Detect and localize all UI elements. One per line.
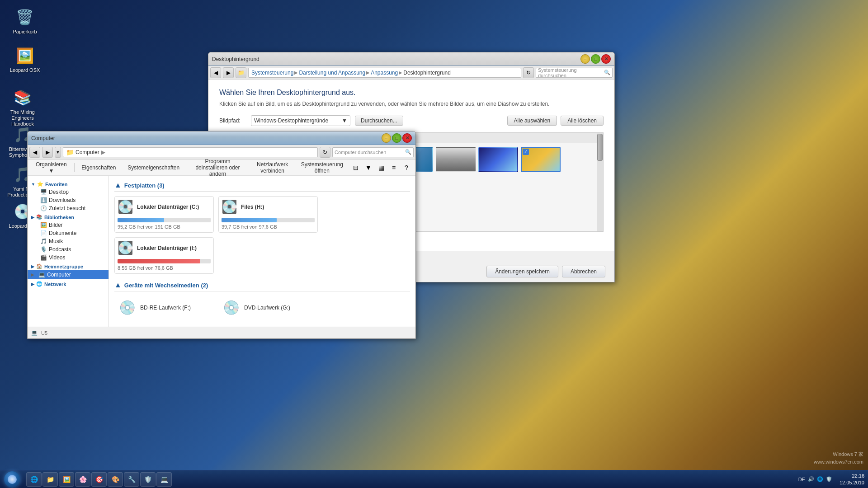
taskbar-clock[interactable]: 22:16 12.05.2010 [836,473,868,486]
tray-icon1[interactable]: 🔊 [808,476,814,482]
exp-minimize-btn[interactable]: – [382,133,391,143]
leopard-label: Leopard OSX [10,67,40,73]
explorer-window: Computer – □ ✕ ◀ ▶ ▼ 📁 Computer ▶ ↻ Comp… [27,131,416,339]
nav-computer[interactable]: ▶ 💻 Computer [28,270,108,279]
papierkorb-icon: 🗑️ [14,6,36,28]
nav-netzwerk[interactable]: ▶ 🌐 Netzwerk [28,279,108,288]
drive-h[interactable]: 💽 Files (H:) 39,7 GB frei von 97,6 GB [218,196,318,233]
start-orb[interactable] [4,471,20,488]
drive-c-sep: frei von [137,224,155,230]
status-label: U5 [41,330,47,336]
wechsel-icon: ▲ [114,281,122,289]
taskbar-app2[interactable]: 🔧 [124,472,139,487]
explorer-window-controls: – □ ✕ [382,133,412,143]
drive-c[interactable]: 💽 Lokaler Datenträger (C:) 95,2 GB frei … [114,196,214,233]
cp-back-btn[interactable]: ◀ [210,67,221,78]
nav-dokumente[interactable]: 📄 Dokumente [28,229,108,237]
thumbnail-8[interactable]: ✓ [521,147,561,172]
thumbnail-6[interactable] [436,147,476,172]
exp-close-btn[interactable]: ✕ [402,133,412,143]
downloads-nav-icon: ⬇️ [40,197,47,203]
taskbar-chrome[interactable]: 🌐 [26,472,42,487]
cp-cancel-btn[interactable]: Abbrechen [562,266,605,277]
nav-bilder[interactable]: 🖼️ Bilder [28,221,108,229]
exp-forward-btn[interactable]: ▶ [42,147,53,158]
taskbar-app1[interactable]: 🎯 [91,472,107,487]
zuletzt-nav-icon: 🕐 [40,205,47,211]
cp-close-btn[interactable]: ✕ [601,54,611,64]
drive-h-icon: 💽 [222,199,237,214]
cp-delete-all-btn[interactable]: Alle löschen [561,116,604,126]
device-f[interactable]: 💿 BD-RE-Laufwerk (F:) [114,296,214,319]
exp-refresh-btn[interactable]: ↻ [320,147,330,158]
festplatten-label: Festplatten (3) [124,182,165,189]
toolbar-view-btn1[interactable]: ⊟ [350,162,361,173]
breadcrumb-current: Desktophintergrund [403,70,451,76]
thumbnails-scrollbar-thumb[interactable] [597,134,603,161]
cp-bildpfad-row: Bildpfad: Windows-Desktophintergründe ▼ … [219,115,604,126]
podcasts-label: Podcasts [49,246,71,253]
breadcrumb-systemsteuerung[interactable]: Systemsteuerung [251,70,293,76]
cp-maximize-btn[interactable]: □ [591,54,600,64]
explorer-search-box[interactable]: Computer durchsuchen 🔍 [332,147,414,157]
breadcrumb-sep3: ▶ [399,70,402,75]
nav-podcasts[interactable]: 🎙️ Podcasts [28,245,108,253]
nav-musik[interactable]: 🎵 Musik [28,237,108,245]
cp-minimize-btn[interactable]: – [580,54,590,64]
bilder-icon: 🖼️ [40,222,47,228]
tray-icon3[interactable]: 🛡️ [826,476,832,482]
cp-bildpfad-select[interactable]: Windows-Desktophintergründe ▼ [251,115,350,126]
taskbar-flower[interactable]: 🌸 [75,472,90,487]
exp-maximize-btn[interactable]: □ [392,133,401,143]
nav-downloads[interactable]: ⬇️ Downloads [28,196,108,204]
toolbar-help-btn[interactable]: ? [401,162,412,173]
toolbar-netzlaufwerk[interactable]: Netzlaufwerk verbinden [251,160,294,176]
drive-h-bar-container [222,218,315,222]
cp-save-btn[interactable]: Änderungen speichern [486,266,558,277]
nav-favoriten[interactable]: ▼ ⭐ Favoriten [28,179,108,188]
favoriten-icon: ⭐ [37,181,43,187]
drive-i[interactable]: 💽 Lokaler Datenträger (I:) 8,56 GB frei … [114,237,214,274]
toolbar-eigenschaften[interactable]: Eigenschaften [77,163,120,173]
nav-heimnetzgruppe[interactable]: ▶ 🏠 Heimnetzgruppe [28,262,108,270]
cp-refresh-btn[interactable]: ↻ [523,67,534,78]
exp-nav-btn[interactable]: ▼ [55,147,61,158]
toolbar-systemsteuerung[interactable]: Systemsteuerung öffnen [297,160,348,176]
toolbar-systemeig[interactable]: Systemeigenschaften [123,163,184,173]
toolbar-view-btn2[interactable]: ▦ [376,162,387,173]
drive-c-header: 💽 Lokaler Datenträger (C:) [118,199,211,214]
explorer-address-path[interactable]: 📁 Computer ▶ [63,147,318,157]
cp-browse-btn[interactable]: Durchsuchen... [355,116,403,126]
breadcrumb-darstellung[interactable]: Darstellung und Anpassung [299,70,365,76]
taskbar-app4[interactable]: 💻 [156,472,172,487]
thumbnail-7[interactable] [478,147,518,172]
drive-i-name: Lokaler Datenträger (I:) [137,245,197,251]
desktop-icon-leopard[interactable]: 🖼️ Leopard OSX [7,43,43,75]
musik-label: Musik [49,238,63,244]
tray-icon2[interactable]: 🌐 [817,476,823,482]
cp-select-all-btn[interactable]: Alle auswählen [507,116,557,126]
toolbar-view-btn3[interactable]: ≡ [388,162,399,173]
taskbar-photos[interactable]: 🖼️ [59,472,74,487]
device-g[interactable]: 💿 DVD-Laufwerk (G:) [218,296,318,319]
nav-zuletzt[interactable]: 🕐 Zuletzt besucht [28,204,108,212]
cp-search-box[interactable]: Systemsteuerung durchsuchen 🔍 [536,68,613,78]
app4-icon: 💻 [160,476,168,483]
exp-back-btn[interactable]: ◀ [29,147,40,158]
nav-bibliotheken[interactable]: ▶ 📚 Bibliotheken [28,212,108,221]
nav-videos[interactable]: 🎬 Videos [28,253,108,262]
taskbar-explorer[interactable]: 📁 [42,472,58,487]
cp-forward-btn[interactable]: ▶ [223,67,234,78]
start-button[interactable] [0,470,24,488]
toolbar-view-dropdown[interactable]: ▼ [363,162,374,173]
desktop-icon-papierkorb[interactable]: 🗑️ Papierkorb [7,5,43,37]
taskbar-app3[interactable]: 🛡️ [140,472,156,487]
thumbnails-scrollbar[interactable] [597,133,603,231]
breadcrumb-anpassung[interactable]: Anpassung [371,70,398,76]
toolbar-deinstall[interactable]: Programm deinstallieren oder ändern [187,156,249,179]
nav-desktop[interactable]: 🖥️ Desktop [28,188,108,196]
address-path-text: Computer [75,149,99,155]
tray-lang: DE [798,477,805,482]
toolbar-organisieren[interactable]: Organisieren ▼ [31,160,71,176]
taskbar-photoshop[interactable]: 🎨 [108,472,123,487]
